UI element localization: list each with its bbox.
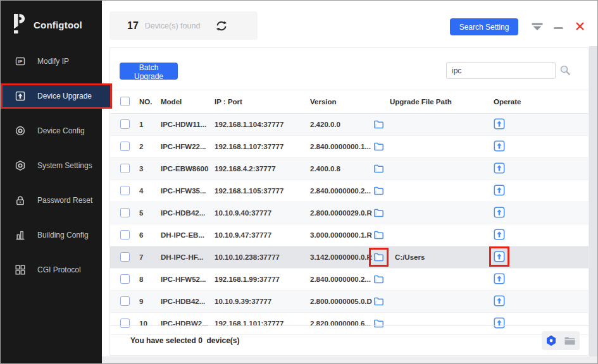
card-footer: You have selected 0 device(s) bbox=[110, 325, 589, 355]
row-ip-port: 10.10.10.238:37777 bbox=[215, 253, 310, 261]
column-header-operate: Operate bbox=[494, 98, 589, 106]
table-row[interactable]: 9 IPC-HDB42... 10.10.9.39:37777 2.800.00… bbox=[110, 291, 589, 313]
row-checkbox[interactable] bbox=[120, 208, 130, 217]
search-area bbox=[446, 62, 571, 79]
table-row[interactable]: 5 IPC-HDB42... 10.10.9.40:37777 2.800.00… bbox=[110, 202, 589, 224]
table-row[interactable]: 6 DH-IPC-EB... 10.10.9.47:37777 3.000.00… bbox=[110, 224, 589, 246]
device-count-panel: 17 Device(s) found bbox=[109, 11, 258, 40]
row-version: 2.800.0000029.0.R bbox=[310, 209, 373, 217]
row-checkbox[interactable] bbox=[120, 186, 130, 195]
sidebar-item-label: System Settings bbox=[37, 161, 92, 170]
sidebar-item-password-reset[interactable]: Password Reset bbox=[1, 188, 102, 213]
browse-file-button[interactable] bbox=[369, 248, 389, 267]
row-model: IPC-HDB42... bbox=[161, 298, 215, 305]
row-checkbox[interactable] bbox=[120, 142, 130, 151]
browse-file-button[interactable] bbox=[373, 208, 384, 218]
sidebar-item-label: Modify IP bbox=[37, 57, 69, 66]
row-version: 2.400.0.8 bbox=[310, 165, 373, 173]
table-row[interactable]: 3 IPC-EBW8600 192.168.4.2:37777 2.400.0.… bbox=[110, 158, 589, 180]
minimize-icon[interactable] bbox=[554, 27, 563, 29]
folder-icon[interactable] bbox=[564, 336, 576, 346]
row-model: DH-IPC-EB... bbox=[161, 231, 215, 239]
row-model: IPC-HFW52... bbox=[161, 276, 215, 283]
settings-hexagon-icon[interactable] bbox=[545, 335, 557, 346]
table-header: NO. Model IP : Port Version Upgrade File… bbox=[110, 90, 589, 114]
row-number: 5 bbox=[139, 209, 161, 217]
filter-icon[interactable] bbox=[532, 23, 543, 34]
upgrade-device-button[interactable] bbox=[494, 229, 505, 240]
device-upgrade-icon bbox=[15, 90, 26, 102]
table-row[interactable]: 7 DH-IPC-HF... 10.10.10.238:37777 3.142.… bbox=[110, 246, 589, 269]
table-row[interactable]: 2 IPC-HFW22... 192.168.1.107:37777 2.840… bbox=[110, 136, 589, 158]
row-number: 3 bbox=[139, 165, 161, 173]
upgrade-device-button[interactable] bbox=[494, 273, 505, 284]
upgrade-device-button[interactable] bbox=[494, 295, 505, 306]
row-ip-port: 192.168.1.105:37777 bbox=[215, 187, 310, 195]
row-checkbox[interactable] bbox=[120, 230, 130, 240]
browse-file-button[interactable] bbox=[373, 296, 384, 306]
topbar: 17 Device(s) found Search Setting bbox=[102, 1, 597, 46]
row-version: 2.800.0000005.0.D bbox=[310, 298, 373, 305]
row-version: 2.840.0000000.2... bbox=[310, 187, 373, 195]
batch-upgrade-button[interactable]: Batch Upgrade bbox=[120, 63, 178, 80]
footer-icon-group bbox=[542, 331, 580, 350]
sidebar-nav: IP Modify IP Device Upgrade bbox=[1, 49, 102, 292]
upgrade-device-button[interactable] bbox=[489, 246, 509, 267]
sidebar-item-label: Device Config bbox=[37, 126, 85, 135]
refresh-icon[interactable] bbox=[215, 20, 228, 32]
upgrade-device-button[interactable] bbox=[494, 118, 505, 130]
row-version: 3.142.0000000.0.R bbox=[310, 253, 373, 261]
row-checkbox[interactable] bbox=[120, 164, 130, 173]
app-logo: Configtool bbox=[1, 1, 102, 36]
sidebar: Configtool IP Modify IP bbox=[1, 1, 102, 363]
device-config-icon bbox=[15, 125, 26, 136]
browse-file-button[interactable] bbox=[373, 230, 384, 240]
sidebar-item-label: Password Reset bbox=[37, 196, 92, 205]
main-area: 17 Device(s) found Search Setting bbox=[102, 1, 597, 363]
sidebar-item-system-settings[interactable]: System Settings bbox=[1, 153, 102, 178]
row-model: IPC-HFW35... bbox=[161, 187, 215, 195]
row-model: IPC-HFW22... bbox=[161, 143, 215, 150]
card-toolbar: Batch Upgrade bbox=[110, 48, 589, 90]
row-checkbox[interactable] bbox=[120, 119, 130, 129]
row-checkbox[interactable] bbox=[120, 296, 130, 306]
upgrade-device-button[interactable] bbox=[494, 162, 505, 174]
table-row[interactable]: 1 IPC-HDW11... 192.168.1.104:37777 2.420… bbox=[110, 114, 589, 136]
browse-file-button[interactable] bbox=[373, 164, 384, 174]
upgrade-device-button[interactable] bbox=[494, 140, 505, 152]
sidebar-item-cgi-protocol[interactable]: CGI Protocol bbox=[1, 257, 102, 282]
row-ip-port: 192.168.1.107:37777 bbox=[215, 143, 310, 150]
sidebar-item-device-upgrade[interactable]: Device Upgrade bbox=[1, 83, 112, 109]
sidebar-item-building-config[interactable]: Building Config bbox=[1, 222, 102, 248]
search-setting-button[interactable]: Search Setting bbox=[450, 18, 518, 35]
row-version: 3.000.0000000.1.R bbox=[310, 231, 373, 239]
close-icon[interactable] bbox=[575, 21, 585, 33]
row-version: 2.840.0000000.1... bbox=[310, 143, 373, 150]
sidebar-item-modify-ip[interactable]: IP Modify IP bbox=[1, 49, 102, 74]
row-version: 2.840.0000000.2... bbox=[310, 276, 373, 283]
svg-text:IP: IP bbox=[18, 59, 22, 64]
column-header-no: NO. bbox=[139, 98, 161, 106]
browse-file-button[interactable] bbox=[373, 119, 384, 130]
upgrade-device-button[interactable] bbox=[494, 207, 505, 218]
search-icon[interactable] bbox=[559, 64, 571, 76]
row-number: 8 bbox=[139, 276, 161, 283]
app-title: Configtool bbox=[34, 20, 82, 30]
row-ip-port: 192.168.4.2:37777 bbox=[215, 165, 310, 173]
browse-file-button[interactable] bbox=[373, 274, 384, 284]
right-gutter bbox=[589, 46, 597, 356]
upgrade-device-button[interactable] bbox=[494, 185, 505, 196]
row-ip-port: 10.10.9.40:37777 bbox=[215, 209, 310, 217]
row-ip-port: 192.168.1.104:37777 bbox=[215, 121, 310, 128]
browse-file-button[interactable] bbox=[373, 142, 384, 152]
table-row[interactable]: 4 IPC-HFW35... 192.168.1.105:37777 2.840… bbox=[110, 180, 589, 202]
search-input[interactable] bbox=[446, 62, 556, 79]
column-header-version: Version bbox=[310, 98, 373, 106]
row-checkbox[interactable] bbox=[120, 274, 130, 284]
column-header-ip-port: IP : Port bbox=[215, 98, 310, 106]
row-checkbox[interactable] bbox=[120, 252, 130, 262]
table-row[interactable]: 8 IPC-HFW52... 192.168.1.99:37777 2.840.… bbox=[110, 269, 589, 291]
select-all-checkbox[interactable] bbox=[120, 97, 130, 106]
sidebar-item-device-config[interactable]: Device Config bbox=[1, 118, 102, 143]
browse-file-button[interactable] bbox=[373, 186, 384, 196]
